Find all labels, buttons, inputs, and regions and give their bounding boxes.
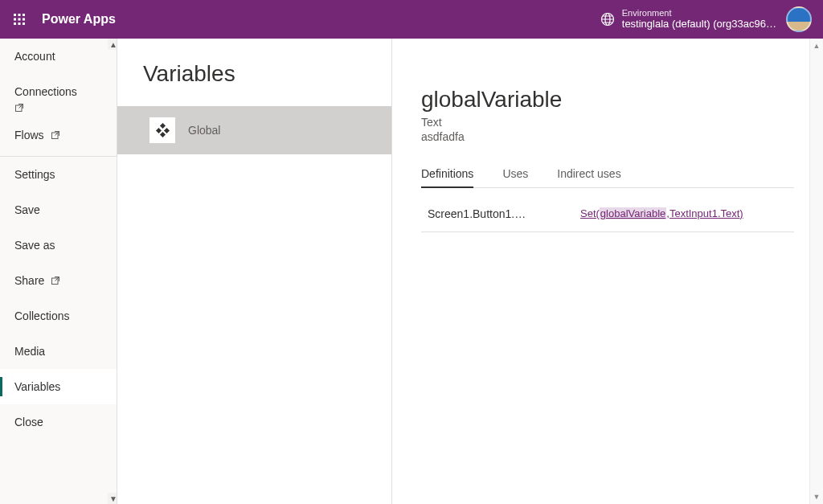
variable-value: asdfadfa [421, 130, 794, 143]
scroll-down-icon[interactable]: ▼ [810, 490, 823, 504]
sidebar: ▲ Account Connections Flows Settings [0, 39, 117, 504]
variable-scope-global[interactable]: Global [117, 106, 391, 154]
environment-label: Environment [622, 8, 776, 18]
svg-rect-14 [160, 123, 166, 129]
variable-scope-label: Global [188, 124, 220, 137]
sidebar-item-label: Flows [14, 129, 44, 141]
sidebar-item-label: Close [14, 416, 43, 428]
environment-picker[interactable]: Environment testinglala (default) (org33… [600, 8, 776, 31]
avatar[interactable] [786, 6, 812, 32]
svg-rect-2 [23, 14, 25, 16]
svg-rect-5 [23, 18, 25, 21]
svg-rect-0 [14, 14, 16, 16]
external-link-icon [51, 130, 60, 140]
definition-row[interactable]: Screen1.Button1.… Set(globalVariable,Tex… [421, 201, 794, 232]
app-header: Power Apps Environment testinglala (defa… [0, 0, 823, 39]
definition-formula[interactable]: Set(globalVariable,TextInput1.Text) [580, 207, 743, 220]
sidebar-item-label: Settings [14, 168, 55, 181]
formula-close: ) [739, 207, 743, 219]
page-title: Variables [117, 39, 391, 106]
app-brand: Power Apps [42, 12, 116, 27]
sidebar-item-label: Media [14, 345, 45, 358]
sidebar-item-flows[interactable]: Flows [0, 117, 117, 153]
sidebar-item-connections[interactable]: Connections [0, 74, 117, 117]
tab-uses[interactable]: Uses [502, 167, 528, 187]
sidebar-item-label: Variables [14, 380, 60, 393]
sidebar-item-settings[interactable]: Settings [0, 157, 117, 192]
globe-icon [600, 11, 616, 27]
sidebar-item-label: Share [14, 274, 44, 287]
sidebar-item-label: Account [14, 50, 55, 63]
variable-name: globalVariable [421, 87, 794, 113]
sidebar-item-save-as[interactable]: Save as [0, 227, 117, 263]
page-scrollbar[interactable]: ▲ ▼ [809, 39, 823, 504]
detail-tabs: Definitions Uses Indirect uses [421, 167, 794, 188]
svg-rect-16 [164, 128, 170, 133]
svg-rect-1 [18, 14, 21, 16]
svg-rect-17 [160, 132, 166, 137]
sidebar-item-label: Connections [14, 85, 77, 98]
waffle-icon[interactable] [6, 6, 32, 32]
svg-rect-8 [23, 23, 25, 25]
tab-indirect-uses[interactable]: Indirect uses [557, 167, 620, 187]
variable-list-panel: Variables Global [117, 39, 392, 504]
svg-rect-3 [14, 18, 16, 21]
scroll-down-icon[interactable]: ▼ [108, 493, 117, 504]
svg-rect-6 [14, 23, 16, 25]
formula-arg: TextInput1.Text [669, 207, 739, 219]
sidebar-item-save[interactable]: Save [0, 192, 117, 227]
diamond-icon [149, 117, 175, 143]
sidebar-item-account[interactable]: Account [0, 39, 117, 74]
sidebar-item-label: Collections [14, 309, 69, 322]
external-link-icon [51, 276, 60, 285]
sidebar-item-variables[interactable]: Variables [0, 369, 117, 404]
tab-definitions[interactable]: Definitions [421, 167, 473, 188]
sidebar-item-label: Save as [14, 239, 55, 252]
external-link-icon [14, 103, 24, 113]
sidebar-item-label: Save [14, 203, 40, 216]
formula-func: Set( [580, 207, 600, 219]
scroll-up-icon[interactable]: ▲ [810, 39, 823, 53]
variable-detail-panel: globalVariable Text asdfadfa Definitions… [392, 39, 823, 504]
sidebar-item-media[interactable]: Media [0, 334, 117, 369]
formula-variable: globalVariable [600, 207, 666, 219]
sidebar-item-share[interactable]: Share [0, 263, 117, 298]
sidebar-item-close[interactable]: Close [0, 404, 117, 440]
environment-name: testinglala (default) (org33ac96… [622, 18, 776, 31]
definition-location: Screen1.Button1.… [428, 207, 556, 220]
variable-type: Text [421, 116, 794, 129]
svg-rect-15 [156, 128, 162, 133]
svg-rect-7 [18, 23, 21, 25]
sidebar-item-collections[interactable]: Collections [0, 298, 117, 334]
svg-rect-4 [18, 18, 21, 21]
